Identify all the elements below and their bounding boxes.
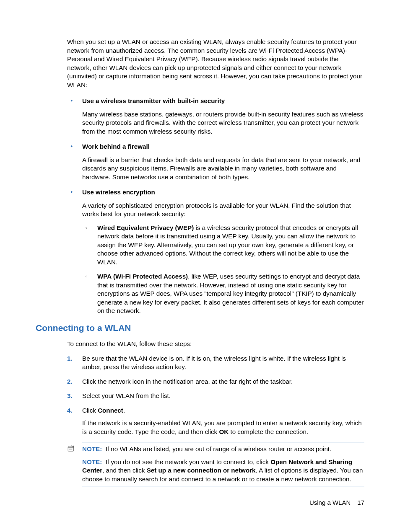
step-text-post: . [123,407,125,414]
step-number: 1. [67,354,73,363]
step-followup: If the network is a security-enabled WLA… [82,419,364,436]
note-row-2: NOTE: If you do not see the network you … [82,458,364,484]
note2-mid: , and then click [102,467,147,474]
bullet-body: Many wireless base stations, gateways, o… [82,110,364,136]
sub-bold: Wired Equivalent Privacy (WEP) [97,224,194,231]
step-number: 4. [67,406,73,415]
step-text: Click the network icon in the notificati… [82,378,293,385]
step-number: 2. [67,377,73,386]
step-text-bold: Connect [98,407,123,414]
sub-bullet-item: Wired Equivalent Privacy (WEP) is a wire… [82,224,364,267]
step-item: 4. Click Connect. If the network is a se… [67,406,364,436]
intro-paragraph: When you set up a WLAN or access an exis… [67,38,364,89]
note2-pre: If you do not see the network you want t… [106,458,270,465]
bullet-item: Use a wireless transmitter with built-in… [67,97,364,136]
steps-list: 1. Be sure that the WLAN device is on. I… [67,354,364,436]
note-block: NOTE: If no WLANs are listed, you are ou… [82,442,364,486]
footer-section-name: Using a WLAN [309,499,351,506]
footer-page-number: 17 [357,499,364,506]
bullet-body: A variety of sophisticated encryption pr… [82,201,364,219]
followup-bold: OK [219,428,229,435]
page-footer: Using a WLAN17 [309,498,364,507]
note-row-1: NOTE: If no WLANs are listed, you are ou… [82,445,364,454]
note-icon [67,445,75,452]
step-item: 3. Select your WLAN from the list. [67,392,364,400]
note-label: NOTE: [82,445,102,452]
sub-bold: WPA (Wi-Fi Protected Access) [97,273,188,280]
section-heading-connecting: Connecting to a WLAN [36,322,364,334]
note-container: NOTE: If no WLANs are listed, you are ou… [67,442,364,486]
svg-rect-0 [68,446,74,451]
step-text: Select your WLAN from the list. [82,392,171,399]
step-number: 3. [67,392,73,400]
bullet-body: A firewall is a barrier that checks both… [82,156,364,182]
note-label: NOTE: [82,458,102,465]
step-item: 1. Be sure that the WLAN device is on. I… [67,354,364,372]
bullet-title: Use wireless encryption [82,188,364,197]
step-item: 2. Click the network icon in the notific… [67,377,364,386]
followup-post: to complete the connection. [229,428,308,435]
note2-bold2: Set up a new connection or network [147,467,256,474]
bullet-title: Use a wireless transmitter with built-in… [82,97,364,106]
sub-bullet-item: WPA (Wi-Fi Protected Access), like WEP, … [82,272,364,315]
encryption-sublist: Wired Equivalent Privacy (WEP) is a wire… [82,224,364,315]
step-text: Be sure that the WLAN device is on. If i… [82,355,346,371]
precautions-list: Use a wireless transmitter with built-in… [67,97,364,315]
bullet-item: Work behind a firewall A firewall is a b… [67,142,364,181]
section-intro: To connect to the WLAN, follow these ste… [67,340,364,349]
note-text: If no WLANs are listed, you are out of r… [106,445,332,452]
bullet-title: Work behind a firewall [82,142,364,151]
bullet-item: Use wireless encryption A variety of sop… [67,188,364,315]
step-text-pre: Click [82,407,98,414]
